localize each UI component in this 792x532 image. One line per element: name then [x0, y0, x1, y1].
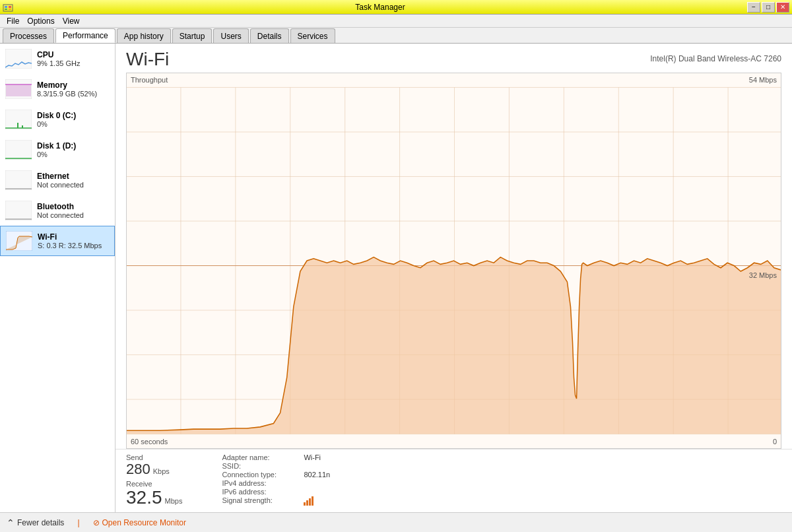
- memory-value: 8.3/15.9 GB (52%): [37, 90, 97, 98]
- menu-view[interactable]: View: [59, 15, 84, 27]
- receive-value: 32.5: [126, 488, 162, 508]
- connection-type-row: Connection type: 802.11n: [222, 471, 330, 479]
- minimize-button[interactable]: −: [747, 2, 760, 13]
- resource-monitor-icon: ⊘: [93, 518, 100, 527]
- wifi-mini-chart: [6, 231, 32, 251]
- sidebar-item-disk0[interactable]: Disk 0 (C:) 0%: [0, 104, 115, 135]
- chart-zero-label: 0: [773, 438, 777, 446]
- stats-bar: Send 280 Kbps Receive 32.5 Mbps Adapt: [116, 449, 792, 512]
- tab-processes[interactable]: Processes: [3, 28, 54, 43]
- ssid-key: SSID:: [222, 462, 301, 470]
- bottom-bar: ⌃ Fewer details | ⊘ Open Resource Monito…: [0, 512, 792, 532]
- adapter-name-val: Wi-Fi: [304, 453, 321, 461]
- window-title: Task Manager: [13, 3, 747, 12]
- svg-rect-4: [9, 9, 11, 10]
- ipv6-row: IPv6 address:: [222, 488, 330, 496]
- ethernet-mini-chart: [5, 170, 32, 190]
- tab-details[interactable]: Details: [250, 28, 289, 43]
- connection-type-val: 802.11n: [304, 471, 330, 479]
- ethernet-name: Ethernet: [37, 172, 84, 181]
- memory-label: Memory 8.3/15.9 GB (52%): [37, 81, 97, 98]
- disk0-name: Disk 0 (C:): [37, 111, 76, 120]
- open-resource-monitor-link[interactable]: ⊘ Open Resource Monitor: [93, 518, 186, 527]
- wifi-label: Wi-Fi S: 0.3 R: 32.5 Mbps: [38, 232, 102, 249]
- disk1-name: Disk 1 (D:): [37, 141, 76, 150]
- chart-max-label: 54 Mbps: [749, 76, 777, 84]
- cpu-mini-chart: [5, 49, 32, 69]
- signal-key: Signal strength:: [222, 496, 301, 506]
- detail-panel: Wi-Fi Intel(R) Dual Band Wireless-AC 726…: [116, 44, 792, 512]
- signal-row: Signal strength:: [222, 496, 330, 506]
- tab-startup[interactable]: Startup: [172, 28, 213, 43]
- title-bar-controls[interactable]: − □ ✕: [747, 2, 789, 13]
- sidebar-item-wifi[interactable]: Wi-Fi S: 0.3 R: 32.5 Mbps: [0, 226, 115, 256]
- adapter-name-row: Adapter name: Wi-Fi: [222, 453, 330, 461]
- adapter-info: Adapter name: Wi-Fi SSID: Connection typ…: [222, 453, 330, 508]
- send-stat: Send 280 Kbps: [126, 453, 182, 477]
- disk1-mini-chart: [5, 140, 32, 160]
- title-bar-left: [3, 2, 13, 13]
- disk1-label: Disk 1 (D:) 0%: [37, 141, 76, 158]
- tab-performance[interactable]: Performance: [55, 28, 116, 43]
- signal-icon: [304, 496, 314, 506]
- chevron-up-icon: ⌃: [7, 517, 15, 528]
- fewer-details-button[interactable]: ⌃ Fewer details: [7, 517, 64, 528]
- open-resource-monitor-label: Open Resource Monitor: [102, 518, 186, 527]
- memory-name: Memory: [37, 81, 97, 90]
- tab-users[interactable]: Users: [213, 28, 248, 43]
- sidebar-item-bluetooth[interactable]: Bluetooth Not connected: [0, 195, 115, 226]
- wifi-value: S: 0.3 R: 32.5 Mbps: [38, 242, 102, 249]
- bluetooth-mini-chart: [5, 201, 32, 220]
- detail-header: Wi-Fi Intel(R) Dual Band Wireless-AC 726…: [116, 44, 792, 73]
- svg-rect-15: [5, 170, 32, 190]
- menu-options[interactable]: Options: [23, 15, 58, 27]
- sidebar-item-memory[interactable]: Memory 8.3/15.9 GB (52%): [0, 74, 115, 104]
- ipv6-key: IPv6 address:: [222, 488, 301, 496]
- svg-rect-1: [5, 6, 7, 8]
- ipv4-row: IPv4 address:: [222, 479, 330, 487]
- adapter-name-key: Adapter name:: [222, 453, 301, 461]
- sidebar-item-ethernet[interactable]: Ethernet Not connected: [0, 165, 115, 195]
- connection-type-key: Connection type:: [222, 471, 301, 479]
- tab-services[interactable]: Services: [290, 28, 335, 43]
- chart-throughput-label: Throughput: [131, 76, 168, 84]
- memory-mini-chart: [5, 79, 32, 99]
- send-unit: Kbps: [153, 467, 170, 475]
- detail-title: Wi-Fi: [126, 49, 169, 70]
- disk0-mini-chart: [5, 110, 32, 129]
- svg-rect-11: [17, 123, 18, 128]
- svg-rect-3: [5, 9, 7, 10]
- sidebar: CPU 9% 1.35 GHz Memory 8.3/15.9 GB (52%): [0, 44, 116, 512]
- svg-rect-17: [5, 201, 32, 220]
- menu-file[interactable]: File: [3, 15, 23, 27]
- ssid-row: SSID:: [222, 462, 330, 470]
- bluetooth-value: Not connected: [37, 211, 84, 219]
- sidebar-item-cpu[interactable]: CPU 9% 1.35 GHz: [0, 44, 115, 74]
- svg-rect-7: [6, 84, 31, 96]
- receive-stat: Receive 32.5 Mbps: [126, 480, 182, 508]
- svg-rect-2: [9, 6, 11, 8]
- svg-rect-12: [22, 125, 23, 128]
- chart-time-label: 60 seconds: [131, 438, 168, 446]
- main-content: CPU 9% 1.35 GHz Memory 8.3/15.9 GB (52%): [0, 44, 792, 512]
- menu-bar: File Options View: [0, 15, 792, 28]
- detail-adapter: Intel(R) Dual Band Wireless-AC 7260: [650, 49, 781, 63]
- chart-container: Throughput 54 Mbps 32 Mbps 60 seconds 0: [126, 73, 781, 449]
- close-button[interactable]: ✕: [776, 2, 789, 13]
- fewer-details-label: Fewer details: [17, 518, 64, 527]
- cpu-value: 9% 1.35 GHz: [37, 59, 80, 67]
- sidebar-item-disk1[interactable]: Disk 1 (D:) 0%: [0, 135, 115, 165]
- tab-bar: Processes Performance App history Startu…: [0, 28, 792, 44]
- ethernet-label: Ethernet Not connected: [37, 172, 84, 189]
- tab-app-history[interactable]: App history: [117, 28, 171, 43]
- bluetooth-label: Bluetooth Not connected: [37, 202, 84, 219]
- disk0-value: 0%: [37, 120, 76, 128]
- disk1-value: 0%: [37, 150, 76, 158]
- restore-button[interactable]: □: [762, 2, 775, 13]
- bluetooth-name: Bluetooth: [37, 202, 84, 211]
- send-value: 280: [126, 461, 150, 477]
- wifi-name: Wi-Fi: [38, 232, 102, 242]
- ipv4-key: IPv4 address:: [222, 479, 301, 487]
- title-bar: Task Manager − □ ✕: [0, 0, 792, 15]
- receive-unit: Mbps: [165, 497, 183, 505]
